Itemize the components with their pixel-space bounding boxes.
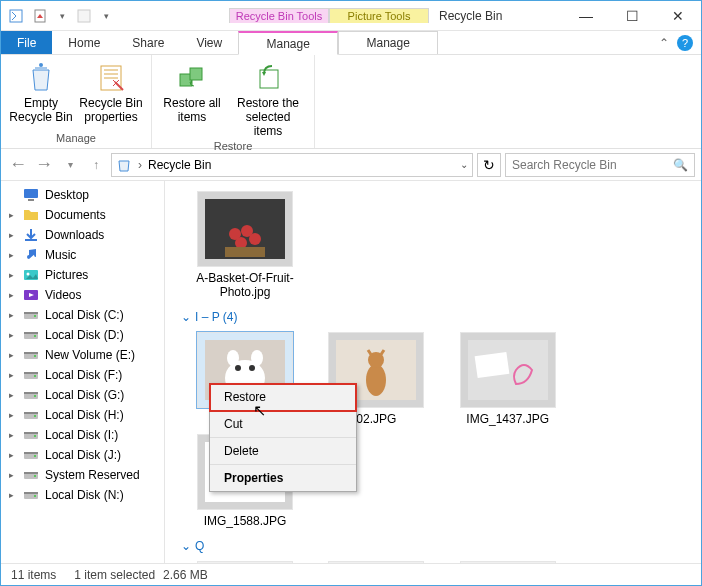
help-icon[interactable]: ? <box>677 35 693 51</box>
tree-item[interactable]: Local Disk (D:) <box>1 325 164 345</box>
group-header-q[interactable]: Q <box>181 539 685 553</box>
file-view[interactable]: A-Basket-Of-Fruit-Photo.jpg I – P (4) 02… <box>165 181 701 565</box>
restore-all-button[interactable]: Restore all items <box>160 61 224 125</box>
tab-home[interactable]: Home <box>52 31 116 54</box>
tree-item[interactable]: Local Disk (H:) <box>1 405 164 425</box>
tree-item-label: Local Disk (H:) <box>45 408 124 422</box>
context-menu: Restore Cut Delete Properties <box>209 383 357 492</box>
tree-item[interactable]: Music <box>1 245 164 265</box>
svg-rect-35 <box>24 452 38 454</box>
group-header-ip[interactable]: I – P (4) <box>181 310 685 324</box>
qat-dropdown-icon[interactable]: ▾ <box>53 11 71 21</box>
tree-item-label: Local Disk (G:) <box>45 388 124 402</box>
file-name: IMG_1588.JPG <box>183 514 307 528</box>
recycle-bin-properties-button[interactable]: Recycle Bin properties <box>79 61 143 125</box>
tree-item[interactable]: Pictures <box>1 265 164 285</box>
svg-rect-48 <box>225 247 265 257</box>
properties-icon[interactable] <box>29 5 51 27</box>
svg-point-56 <box>366 364 386 396</box>
pictures-icon <box>23 268 39 282</box>
ribbon: Empty Recycle Bin Recycle Bin properties… <box>1 55 701 149</box>
maximize-button[interactable]: ☐ <box>609 1 655 31</box>
forward-button[interactable]: → <box>33 154 55 176</box>
svg-point-15 <box>34 315 36 317</box>
tree-item-label: Local Disk (C:) <box>45 308 124 322</box>
history-dropdown-icon[interactable]: ▾ <box>59 154 81 176</box>
svg-rect-38 <box>24 472 38 474</box>
svg-point-3 <box>39 63 43 67</box>
selection-size: 2.66 MB <box>163 568 208 582</box>
tab-view[interactable]: View <box>180 31 238 54</box>
tree-item[interactable]: Downloads <box>1 225 164 245</box>
tree-item[interactable]: Videos <box>1 285 164 305</box>
tree-item-label: Downloads <box>45 228 104 242</box>
tab-share[interactable]: Share <box>116 31 180 54</box>
up-button[interactable]: ↑ <box>85 154 107 176</box>
tree-item[interactable]: Local Disk (I:) <box>1 425 164 445</box>
address-bar[interactable]: › Recycle Bin ⌄ <box>111 153 473 177</box>
qat-more-icon[interactable]: ▾ <box>97 11 115 21</box>
collapse-ribbon-icon[interactable]: ⌃ <box>659 36 669 50</box>
tree-item[interactable]: Documents <box>1 205 164 225</box>
tab-manage-recycle[interactable]: Manage <box>238 31 338 55</box>
menu-cut[interactable]: Cut <box>210 411 356 438</box>
status-bar: 11 items 1 item selected 2.66 MB <box>1 563 701 585</box>
restore-selected-button[interactable]: Restore the selected items <box>230 61 306 138</box>
tree-item[interactable]: Local Disk (J:) <box>1 445 164 465</box>
menu-properties[interactable]: Properties <box>210 465 356 491</box>
tree-item[interactable]: Local Disk (G:) <box>1 385 164 405</box>
tree-item[interactable]: System Reserved <box>1 465 164 485</box>
svg-rect-59 <box>474 352 509 378</box>
menu-restore[interactable]: Restore <box>210 384 356 411</box>
navigation-tree[interactable]: DesktopDocumentsDownloadsMusicPicturesVi… <box>1 181 165 565</box>
address-dropdown-icon[interactable]: ⌄ <box>460 159 468 170</box>
disk-icon <box>23 308 39 322</box>
close-button[interactable]: ✕ <box>655 1 701 31</box>
context-tab-recycle: Recycle Bin Tools <box>229 8 329 23</box>
context-tab-picture: Picture Tools <box>329 8 429 23</box>
restore-selected-icon <box>251 61 285 95</box>
location-icon <box>116 157 132 173</box>
thumbnail <box>197 191 293 267</box>
tree-item-label: New Volume (E:) <box>45 348 135 362</box>
svg-point-11 <box>27 273 30 276</box>
svg-rect-32 <box>24 432 38 434</box>
tree-item[interactable]: Local Disk (N:) <box>1 485 164 505</box>
svg-point-51 <box>235 365 241 371</box>
svg-rect-17 <box>24 332 38 334</box>
svg-point-24 <box>34 375 36 377</box>
menu-delete[interactable]: Delete <box>210 438 356 465</box>
refresh-button[interactable]: ↻ <box>477 153 501 177</box>
properties-label: Recycle Bin properties <box>79 97 143 125</box>
back-button[interactable]: ← <box>7 154 29 176</box>
tree-item[interactable]: Desktop <box>1 185 164 205</box>
app-icon[interactable] <box>5 5 27 27</box>
search-box[interactable]: Search Recycle Bin 🔍 <box>505 153 695 177</box>
svg-point-18 <box>34 335 36 337</box>
svg-point-39 <box>34 475 36 477</box>
tab-manage-picture[interactable]: Manage <box>338 31 438 54</box>
tree-item-label: Local Disk (D:) <box>45 328 124 342</box>
svg-rect-26 <box>24 392 38 394</box>
video-icon <box>23 288 39 302</box>
svg-rect-6 <box>190 68 202 80</box>
svg-point-47 <box>249 233 261 245</box>
tree-item[interactable]: New Volume (E:) <box>1 345 164 365</box>
tree-item-label: Pictures <box>45 268 88 282</box>
tree-item-label: Documents <box>45 208 106 222</box>
svg-point-36 <box>34 455 36 457</box>
desktop-icon <box>23 188 39 202</box>
tree-item[interactable]: Local Disk (F:) <box>1 365 164 385</box>
svg-point-27 <box>34 395 36 397</box>
qat-blank-icon[interactable] <box>73 5 95 27</box>
minimize-button[interactable]: — <box>563 1 609 31</box>
svg-rect-14 <box>24 312 38 314</box>
file-item[interactable]: IMG_1437.JPG <box>446 332 570 426</box>
empty-recycle-bin-button[interactable]: Empty Recycle Bin <box>9 61 73 125</box>
svg-point-42 <box>34 495 36 497</box>
tree-item[interactable]: Local Disk (C:) <box>1 305 164 325</box>
tab-file[interactable]: File <box>1 31 52 54</box>
file-item[interactable]: A-Basket-Of-Fruit-Photo.jpg <box>183 191 307 300</box>
disk-icon <box>23 348 39 362</box>
location-text: Recycle Bin <box>148 158 454 172</box>
